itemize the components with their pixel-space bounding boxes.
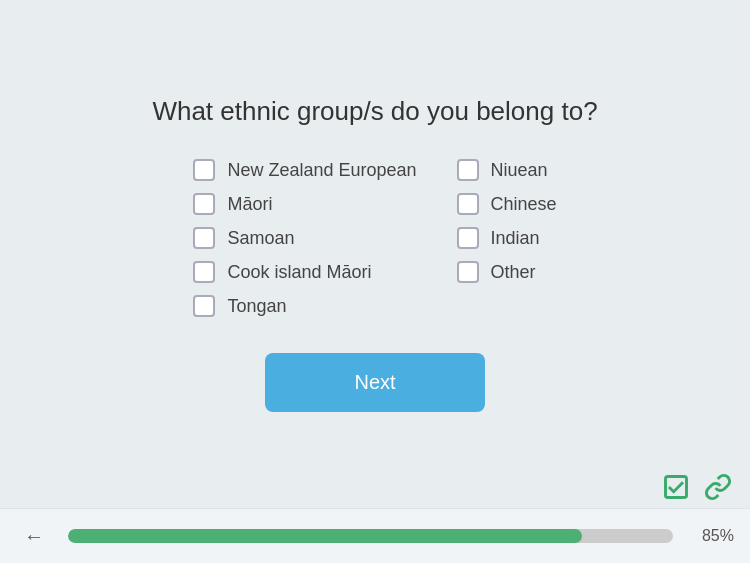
checkbox-box-niuean[interactable] bbox=[457, 159, 479, 181]
checkbox-box-tongan[interactable] bbox=[193, 295, 215, 317]
checkbox-item-niuean[interactable]: Niuean bbox=[457, 159, 557, 181]
checkboxes-container: New Zealand European Māori Samoan Cook i… bbox=[193, 159, 556, 317]
checkbox-label-tongan: Tongan bbox=[227, 296, 286, 317]
question-title: What ethnic group/s do you belong to? bbox=[152, 96, 597, 127]
checkbox-box-maori[interactable] bbox=[193, 193, 215, 215]
checkbox-item-chinese[interactable]: Chinese bbox=[457, 193, 557, 215]
checkbox-label-maori: Māori bbox=[227, 194, 272, 215]
progress-percent: 85% bbox=[689, 527, 734, 545]
checkbox-label-samoan: Samoan bbox=[227, 228, 294, 249]
checkbox-item-nz_european[interactable]: New Zealand European bbox=[193, 159, 416, 181]
checkbox-box-cook_island[interactable] bbox=[193, 261, 215, 283]
checkbox-item-indian[interactable]: Indian bbox=[457, 227, 557, 249]
column-right: Niuean Chinese Indian Other bbox=[457, 159, 557, 317]
checkbox-label-niuean: Niuean bbox=[491, 160, 548, 181]
checkbox-label-cook_island: Cook island Māori bbox=[227, 262, 371, 283]
checkbox-label-other: Other bbox=[491, 262, 536, 283]
svg-rect-0 bbox=[666, 477, 687, 498]
checkbox-box-samoan[interactable] bbox=[193, 227, 215, 249]
checkbox-item-tongan[interactable]: Tongan bbox=[193, 295, 416, 317]
main-content: What ethnic group/s do you belong to? Ne… bbox=[0, 0, 750, 508]
checkbox-item-other[interactable]: Other bbox=[457, 261, 557, 283]
checkbox-item-cook_island[interactable]: Cook island Māori bbox=[193, 261, 416, 283]
bottom-right-icons bbox=[660, 471, 734, 503]
progress-bar-container bbox=[68, 529, 673, 543]
checkmark-icon[interactable] bbox=[660, 471, 692, 503]
checkbox-label-nz_european: New Zealand European bbox=[227, 160, 416, 181]
checkbox-item-maori[interactable]: Māori bbox=[193, 193, 416, 215]
column-left: New Zealand European Māori Samoan Cook i… bbox=[193, 159, 416, 317]
link-icon[interactable] bbox=[702, 471, 734, 503]
checkbox-label-indian: Indian bbox=[491, 228, 540, 249]
checkbox-box-other[interactable] bbox=[457, 261, 479, 283]
checkbox-box-indian[interactable] bbox=[457, 227, 479, 249]
checkbox-label-chinese: Chinese bbox=[491, 194, 557, 215]
checkbox-box-chinese[interactable] bbox=[457, 193, 479, 215]
progress-bar-fill bbox=[68, 529, 582, 543]
checkbox-item-samoan[interactable]: Samoan bbox=[193, 227, 416, 249]
next-button[interactable]: Next bbox=[265, 353, 485, 412]
bottom-bar: ← 85% bbox=[0, 508, 750, 563]
back-button[interactable]: ← bbox=[16, 521, 52, 552]
checkbox-box-nz_european[interactable] bbox=[193, 159, 215, 181]
